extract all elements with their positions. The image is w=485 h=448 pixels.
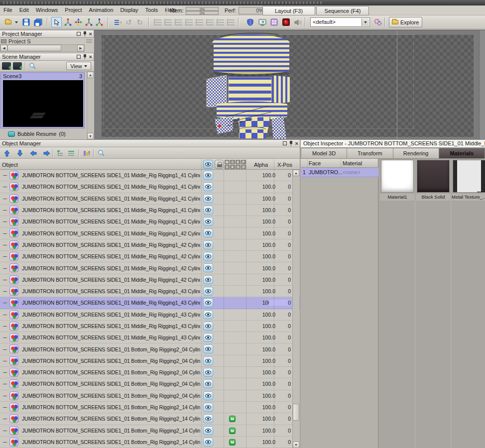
project-manager-header[interactable]: Project Manager × [0, 30, 94, 38]
object-row[interactable]: JUMBOTRON BOTTOM_SCREENS SIDE1_01 Bottom… [0, 378, 300, 390]
flag-columns-grid[interactable]: MCEPSKGD [225, 160, 246, 169]
move-left-button[interactable] [29, 149, 37, 157]
visibility-eye-button[interactable] [203, 333, 213, 342]
scroll-thumb[interactable] [293, 404, 299, 421]
save-button[interactable] [21, 17, 31, 27]
move-right-button[interactable] [42, 149, 51, 157]
align-icon-8[interactable] [227, 19, 235, 25]
object-row[interactable]: JUMBOTRON BOTTOM_SCREENS SIDE1_01 Bottom… [0, 413, 300, 425]
object-row[interactable]: JUMBOTRON BOTTOM_SCREENS SIDE1_01 Middle… [0, 193, 300, 205]
tab-materials[interactable]: Materials [439, 148, 485, 159]
object-row[interactable]: JUMBOTRON BOTTOM_SCREENS SIDE1_01 Middle… [0, 216, 300, 227]
object-list-scrollbar[interactable]: ▲ ▼ [292, 170, 299, 448]
scene-item-selected[interactable]: Scene3 3 [0, 72, 85, 128]
jumbotron-3d-model[interactable] [198, 31, 304, 139]
menu-animation[interactable]: Animation [86, 5, 117, 15]
object-row[interactable]: JUMBOTRON BOTTOM_SCREENS SIDE1_01 Bottom… [0, 355, 300, 367]
align-icon-1[interactable] [154, 19, 161, 25]
object-row[interactable]: JUMBOTRON BOTTOM_SCREENS SIDE1_01 Middle… [0, 239, 300, 251]
viewport-3d[interactable] [94, 30, 485, 139]
scene-thumbnail[interactable] [3, 80, 83, 127]
visibility-eye-button[interactable] [203, 182, 213, 191]
object-row[interactable]: JUMBOTRON BOTTOM_SCREENS SIDE1_01 Middle… [0, 205, 300, 216]
material-thumbnail[interactable] [417, 160, 450, 193]
redo-button[interactable]: ↻ [134, 17, 145, 27]
object-row[interactable]: JUMBOTRON BOTTOM_SCREENS SIDE1_01 Bottom… [0, 437, 300, 448]
record-button[interactable] [281, 17, 291, 27]
collapse-tree-button[interactable] [67, 149, 75, 157]
visibility-eye-button[interactable] [203, 310, 213, 319]
material-thumbnail[interactable] [453, 160, 485, 193]
menu-tools[interactable]: Tools [142, 5, 162, 15]
scroll-up-arrow[interactable]: ▲ [293, 170, 299, 176]
open-dropdown-caret[interactable] [14, 17, 19, 27]
visibility-eye-button[interactable] [203, 414, 213, 423]
view-dropdown-button[interactable]: View [66, 62, 91, 70]
explore-button[interactable]: Explore [389, 17, 422, 27]
object-row[interactable]: JUMBOTRON BOTTOM_SCREENS SIDE1_01 Bottom… [0, 343, 300, 355]
visibility-eye-button[interactable] [203, 206, 213, 215]
object-inspector-title[interactable]: Object Inspector - JUMBOTRON BOTTOM_SCRE… [301, 140, 485, 148]
pin-icon[interactable] [83, 31, 87, 36]
sequence-f4-button[interactable]: Sequence (F4) [316, 6, 369, 15]
close-icon[interactable]: × [89, 32, 92, 36]
visibility-eye-button[interactable] [203, 228, 213, 237]
layout-f3-button[interactable]: Layout (F3) [262, 6, 315, 15]
align-icon-5[interactable] [196, 19, 203, 25]
align-icon-3[interactable] [175, 19, 182, 25]
project-horizontal-scrollbar[interactable]: ◀ ▶ [0, 44, 85, 52]
visibility-eye-button[interactable] [203, 263, 213, 272]
object-row[interactable]: JUMBOTRON BOTTOM_SCREENS SIDE1_01 Middle… [0, 332, 300, 343]
scroll-up-arrow[interactable]: ▲ [87, 72, 94, 78]
menu-project[interactable]: Project [61, 5, 85, 15]
expand-tree-button[interactable] [56, 149, 64, 157]
scroll-left-arrow[interactable]: ◀ [0, 45, 7, 51]
visibility-eye-button[interactable] [203, 287, 213, 296]
visibility-column-button[interactable] [203, 160, 213, 169]
material-thumbnail[interactable] [381, 160, 414, 193]
visibility-eye-button[interactable] [203, 217, 213, 226]
axis-tool-2-button[interactable] [84, 17, 94, 27]
visibility-eye-button[interactable] [203, 171, 213, 180]
object-row[interactable]: JUMBOTRON BOTTOM_SCREENS SIDE1_01 Middle… [0, 297, 300, 309]
undo-button[interactable]: ↺ [123, 17, 134, 27]
bubble-resume-item[interactable]: Bubble Resume (0) [0, 129, 86, 138]
scene-search-button[interactable] [29, 62, 36, 70]
axis-tool-3-button[interactable] [94, 17, 105, 27]
select-tool-button[interactable] [51, 17, 62, 27]
face-row-selected[interactable]: 1 JUMBOTRO... <none> [301, 168, 378, 177]
alpha-column-label[interactable]: Alpha [247, 162, 275, 168]
scroll-down-arrow[interactable]: ▼ [87, 133, 94, 139]
object-row[interactable]: JUMBOTRON BOTTOM_SCREENS SIDE1_01 Bottom… [0, 425, 300, 437]
visibility-eye-button[interactable] [203, 322, 213, 331]
close-icon[interactable]: × [89, 55, 92, 59]
maximize-icon[interactable] [283, 141, 287, 145]
preset-manage-button[interactable] [372, 17, 383, 27]
visibility-eye-button[interactable] [203, 356, 213, 365]
align-icon-6[interactable] [206, 19, 214, 25]
pin-icon[interactable] [83, 54, 87, 59]
visibility-eye-button[interactable] [203, 403, 213, 412]
align-icon-7[interactable] [217, 19, 224, 25]
object-row[interactable]: JUMBOTRON BOTTOM_SCREENS SIDE1_01 Bottom… [0, 390, 300, 402]
face-column-label[interactable]: Face [309, 160, 321, 166]
object-column-label[interactable]: Object [2, 162, 18, 168]
pin-icon[interactable] [289, 141, 293, 146]
object-row[interactable]: JUMBOTRON BOTTOM_SCREENS SIDE1_01 Bottom… [0, 367, 300, 378]
align-icon-4[interactable] [185, 19, 193, 25]
visibility-eye-button[interactable] [203, 275, 213, 284]
visibility-eye-button[interactable] [203, 344, 213, 353]
save-all-button[interactable] [33, 17, 43, 27]
close-icon[interactable]: × [295, 141, 298, 146]
menu-edit[interactable]: Edit [16, 5, 32, 15]
axis-tool-1-button[interactable] [63, 17, 73, 27]
visibility-eye-button[interactable] [203, 298, 213, 307]
visibility-eye-button[interactable] [203, 391, 213, 400]
menu-display[interactable]: Display [117, 5, 142, 15]
object-row[interactable]: JUMBOTRON BOTTOM_SCREENS SIDE1_01 Middle… [0, 227, 300, 239]
scene-vertical-scrollbar[interactable]: ▲ ▼ [87, 72, 94, 139]
visibility-eye-button[interactable] [203, 240, 213, 249]
scroll-down-arrow[interactable]: ▼ [293, 442, 299, 448]
shield-button[interactable] [245, 17, 255, 27]
visibility-eye-button[interactable] [203, 368, 213, 377]
